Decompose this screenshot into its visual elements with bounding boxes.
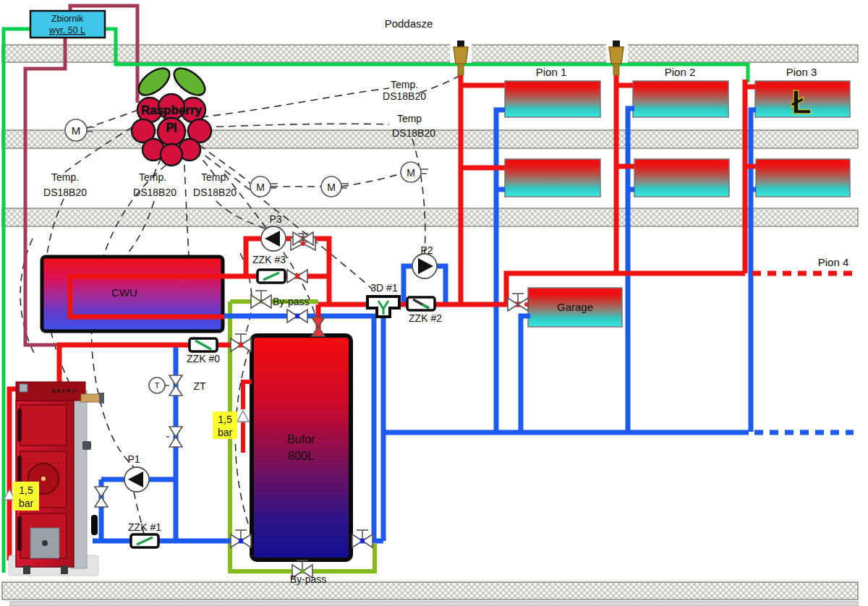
slab-ground-floor <box>2 208 858 226</box>
valve-icon <box>287 310 307 323</box>
svg-text:bar: bar <box>19 498 34 509</box>
valve-icon <box>169 375 182 396</box>
slab-bottom-edge <box>10 602 858 606</box>
temp-sensor-model: DS18B20 <box>133 187 176 198</box>
expansion-tank: Zbiornik wyr. 50 L <box>30 11 105 38</box>
diagram-canvas: Zbiornik wyr. 50 L Ł CWU Bufor 800L <box>0 0 868 606</box>
temp-sensor-model: DS18B20 <box>383 90 426 102</box>
zzk0-valve <box>190 338 217 351</box>
pipe-sensor-pocket <box>91 515 98 535</box>
pump3-label: P3 <box>269 213 281 225</box>
pion2-return <box>628 108 634 432</box>
zzk1-label: ZZK #1 <box>128 521 161 533</box>
zzk2-label: ZZK #2 <box>409 312 442 324</box>
zzk2-valve <box>407 297 435 310</box>
raspberry-pi-logo: Raspberry PI <box>132 63 211 166</box>
controller-label-line1: Raspberry <box>141 103 203 117</box>
pion2-label: Pion 2 <box>665 66 696 78</box>
valve-icon <box>508 294 529 311</box>
radiator-pion1-attic <box>505 81 600 117</box>
pion1-return <box>496 110 505 432</box>
cwu-label: CWU <box>111 286 137 299</box>
svg-text:M: M <box>407 167 415 179</box>
zt-label: ZT <box>193 380 206 392</box>
garage-label: Garage <box>557 301 593 313</box>
buffer-tank: Bufor 800L <box>252 336 351 560</box>
threeway-label: 3D #1 <box>370 282 398 294</box>
expansion-tank-label-line2: wyr. 50 L <box>48 25 85 35</box>
radiator-pion2-attic <box>633 81 728 117</box>
radiator-pion1-floor <box>505 159 600 197</box>
motor-valve-icon: M <box>401 162 428 182</box>
svg-text:M: M <box>72 124 81 137</box>
svg-text:1,5: 1,5 <box>218 414 232 425</box>
buffer-safety-valve-icon <box>237 411 249 422</box>
boiler-flue <box>81 394 101 402</box>
radiator-pion3-floor <box>756 159 850 197</box>
slab-attic <box>2 45 858 62</box>
pion3-label: Pion 3 <box>786 66 817 78</box>
valve-icon <box>312 317 325 336</box>
thermometer-letter: T <box>155 381 160 390</box>
bypass-label: By-pass <box>273 296 310 307</box>
towel-rail-symbol: Ł <box>791 83 812 121</box>
valve-icon <box>231 530 251 547</box>
heating-system-diagram: Zbiornik wyr. 50 L Ł CWU Bufor 800L <box>0 0 868 606</box>
temp-sensor-label: Temp <box>397 113 422 124</box>
zzk0-label: ZZK #0 <box>187 353 220 364</box>
garage-return <box>521 316 530 432</box>
temp-sensor-label: Temp. <box>51 171 79 183</box>
zzk1-valve <box>131 534 158 547</box>
buffer-label-line2: 800L <box>288 450 314 462</box>
temp-sensor-label: Temp. <box>391 79 418 90</box>
boiler-foot <box>61 566 68 574</box>
pump2-label: P2 <box>420 244 433 256</box>
cwu-tank: CWU <box>42 257 224 331</box>
bypass-label: By-pass <box>290 573 327 585</box>
zzk3-valve <box>258 270 285 283</box>
valve-icon <box>231 334 251 351</box>
pressure-label: 1,5 bar <box>13 482 39 511</box>
pion1-label: Pion 1 <box>536 66 567 78</box>
controller-label-line2: PI <box>166 121 176 134</box>
boiler-handle <box>17 516 22 551</box>
svg-text:M: M <box>327 182 336 193</box>
boiler-handle <box>17 409 22 442</box>
boiler-upper-door <box>20 405 67 445</box>
svg-text:1,5: 1,5 <box>19 485 33 496</box>
zt-thermostat: T <box>149 377 169 393</box>
boiler-controller-box <box>20 384 27 392</box>
pump1-label: P1 <box>127 453 140 465</box>
zzk3-label: ZZK #3 <box>252 254 286 265</box>
boiler-brand: DEFRO <box>51 388 77 394</box>
pump1-icon <box>124 467 149 492</box>
pump2-icon <box>412 254 437 278</box>
temp-sensor-label: Temp. <box>139 171 166 183</box>
temp-sensor-model: DS18B20 <box>392 127 435 139</box>
temp-sensor-model: DS18B20 <box>193 187 237 198</box>
valve-icon <box>251 291 271 308</box>
pion4-label: Pion 4 <box>818 256 849 268</box>
boiler-unit: DEFRO <box>9 382 104 576</box>
pressure-label: 1,5 bar <box>213 411 237 439</box>
svg-text:M: M <box>256 182 265 193</box>
boiler-foot <box>23 566 30 574</box>
pump3-icon <box>261 226 286 251</box>
slab-basement-floor <box>2 582 858 599</box>
boiler-handle <box>17 456 22 486</box>
valve-icon <box>95 487 108 507</box>
buffer-label-line1: Bufor <box>287 433 315 445</box>
attic-label: Poddasze <box>385 17 433 30</box>
valve-icon <box>352 530 373 547</box>
expansion-tank-label-line1: Zbiornik <box>51 14 84 24</box>
radiator-pion2-floor <box>634 159 729 197</box>
valve-icon <box>287 270 307 283</box>
temp-sensor-model: DS18B20 <box>43 187 87 198</box>
svg-text:bar: bar <box>218 427 233 438</box>
boiler-knob <box>82 441 91 450</box>
temp-sensor-label: Temp. <box>201 171 229 183</box>
